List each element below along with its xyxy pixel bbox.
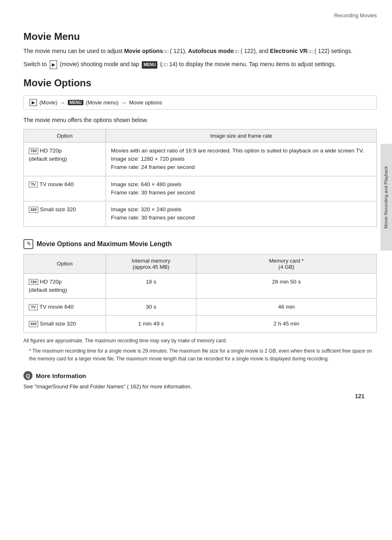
description-cell: Image size: 640 × 480 pixelsFrame rate: …: [106, 176, 377, 201]
more-info-text: See "Image/Sound File and Folder Names" …: [23, 383, 377, 391]
table-row: 320Small size 320Image size: 320 × 240 p…: [24, 201, 377, 227]
note-section: ✎ Movie Options and Maximum Movie Length…: [23, 239, 377, 363]
description-cell: Image size: 320 × 240 pixelsFrame rate: …: [106, 201, 377, 227]
header-title: Recording Movies: [334, 12, 377, 18]
option-icon: 720: [29, 148, 38, 154]
description-text: Image size: 1280 × 720 pixels: [111, 156, 184, 162]
internal-memory-cell: 18 s: [106, 273, 196, 299]
more-info-section: Q More Information See "Image/Sound File…: [23, 371, 377, 391]
option-label: (default setting): [29, 156, 67, 162]
option-icon: 320: [29, 321, 38, 327]
length-table: Option Internal memory(approx.45 MB) Mem…: [23, 254, 377, 333]
table2-col3-header: Memory card *(4 GB): [196, 254, 377, 273]
option-cell: TVTV movie 640: [24, 176, 106, 201]
table2-col1-header: Option: [24, 254, 106, 273]
nav-options-label: Movie options: [129, 99, 162, 106]
table-row: 720HD 720p(default setting)Movies with a…: [24, 142, 377, 176]
option-label: TV movie 640: [39, 304, 74, 310]
movie-menu-intro2: Switch to ▶ (movie) shooting mode and ta…: [23, 60, 377, 69]
nav-box: ▶ (Movie) → MENU (Movie menu) → Movie op…: [23, 95, 377, 110]
memory-card-cell: 46 min: [196, 299, 377, 316]
page-header: Recording Movies: [23, 12, 377, 23]
description-text: Frame rate: 30 frames per second: [111, 189, 195, 196]
option-label: TV movie 640: [39, 181, 74, 187]
note-icon: ✎: [23, 239, 33, 249]
description-text: Image size: 320 × 240 pixels: [111, 206, 181, 212]
table-row: 720HD 720p(default setting)18 s28 min 50…: [24, 273, 377, 299]
side-tab: Movie Recording and Playback: [380, 144, 392, 251]
option-cell: 720HD 720p(default setting): [24, 142, 106, 176]
description-text: Image size: 640 × 480 pixels: [111, 181, 181, 187]
description-text: Frame rate: 30 frames per second: [111, 215, 195, 221]
nav-menu-label: (Movie menu): [86, 99, 118, 106]
nav-movie-label: (Movie): [39, 99, 57, 106]
description-cell: Movies with an aspect ratio of 16:9 are …: [106, 142, 377, 176]
option-label: HD 720p: [40, 148, 62, 154]
movie-menu-title: Movie Menu: [23, 31, 377, 42]
option-cell: 720HD 720p(default setting): [24, 273, 106, 299]
movie-menu-intro1: The movie menu can be used to adjust Mov…: [23, 46, 377, 55]
option-cell: 320Small size 320: [24, 316, 106, 332]
memory-card-cell: 28 min 50 s: [196, 273, 377, 299]
note-header: ✎ Movie Options and Maximum Movie Length: [23, 239, 377, 249]
footer-note1: All figures are approximate. The maximum…: [23, 337, 377, 345]
movie-options-title: Movie Options: [23, 77, 377, 89]
more-info-header: Q More Information: [23, 371, 377, 380]
description-text: Movies with an aspect ratio of 16:9 are …: [111, 148, 364, 154]
option-icon: TV: [29, 304, 38, 310]
option-label: Small size 320: [40, 206, 76, 212]
table-row: 320Small size 3201 min 49 s2 h 45 min: [24, 316, 377, 332]
page-number: 121: [355, 393, 364, 399]
table-row: TVTV movie 64030 s46 min: [24, 299, 377, 316]
option-label: Small size 320: [40, 321, 76, 327]
option-cell: TVTV movie 640: [24, 299, 106, 316]
table2-col2-header: Internal memory(approx.45 MB): [106, 254, 196, 273]
option-icon: TV: [29, 182, 38, 188]
option-label: (default setting): [29, 287, 67, 293]
internal-memory-cell: 30 s: [106, 299, 196, 316]
options-table: Option Image size and frame rate 720HD 7…: [23, 129, 377, 227]
option-cell: 320Small size 320: [24, 201, 106, 227]
option-icon: 320: [29, 207, 38, 213]
info-icon: Q: [23, 371, 32, 380]
option-icon: 720: [29, 279, 38, 285]
table-row: TVTV movie 640Image size: 640 × 480 pixe…: [24, 176, 377, 201]
footer-note2: * The maximum recording time for a singl…: [23, 347, 377, 363]
table1-col2-header: Image size and frame rate: [106, 129, 377, 142]
description-text: Frame rate: 24 frames per second: [111, 164, 195, 170]
internal-memory-cell: 1 min 49 s: [106, 316, 196, 332]
more-info-title: More Information: [36, 372, 86, 379]
table1-col1-header: Option: [24, 129, 106, 142]
movie-options-description: The movie menu offers the options shown …: [23, 115, 377, 125]
note-title: Movie Options and Maximum Movie Length: [37, 240, 172, 248]
memory-card-cell: 2 h 45 min: [196, 316, 377, 332]
option-label: HD 720p: [40, 279, 62, 285]
